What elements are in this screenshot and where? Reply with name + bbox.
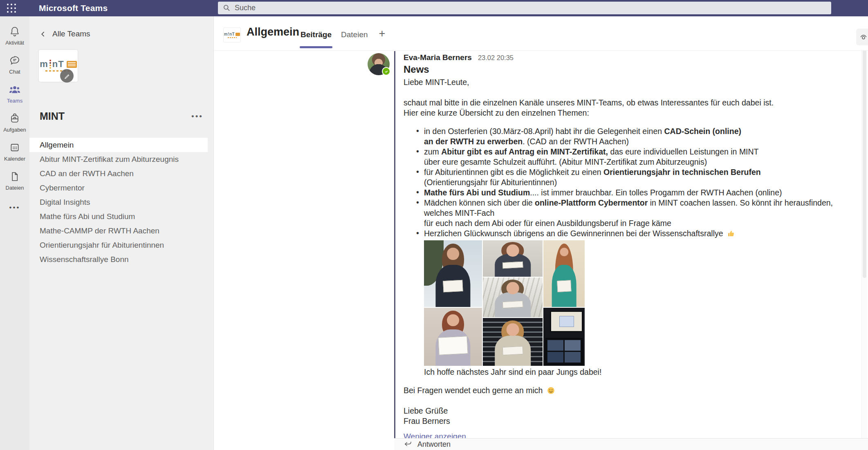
- edit-team-image-button[interactable]: [60, 69, 74, 83]
- file-icon: [9, 171, 20, 184]
- collage-photo: [483, 278, 543, 317]
- message-subject: News: [404, 64, 856, 75]
- message-paragraph: Liebe MINT-Leute,: [404, 77, 856, 87]
- rail-item-assignments[interactable]: Aufgaben: [0, 108, 29, 137]
- message-card: Eva-Maria Berners 23.02 20:35 News Liebe…: [394, 51, 868, 438]
- rail-label: Aufgaben: [3, 127, 26, 133]
- backpack-icon: [9, 113, 20, 126]
- rail-item-files[interactable]: Dateien: [0, 166, 29, 195]
- reply-arrow-icon: [404, 441, 413, 448]
- team-header: MINT •••: [40, 110, 203, 122]
- search-input[interactable]: Suche: [218, 2, 831, 14]
- team-name: MINT: [40, 110, 65, 122]
- eye-icon: [859, 33, 868, 42]
- channel-item[interactable]: Allgemein: [29, 138, 208, 152]
- collage-photo: [483, 318, 543, 366]
- mini-logo-badge: [236, 33, 240, 36]
- scrollbar-track: [861, 45, 867, 448]
- bullet-item: •für Abiturientinnen gibt es die Möglich…: [404, 167, 856, 188]
- collage-photo: [424, 240, 482, 307]
- mini-logo-caption: [228, 37, 237, 38]
- bullet-glyph: •: [416, 146, 419, 157]
- logo-orange-badge: [67, 61, 77, 68]
- team-options-icon[interactable]: •••: [191, 112, 203, 121]
- logo-letter-m: m: [40, 60, 48, 69]
- bullet-item: •in den Osterferien (30.März-08.April) h…: [404, 126, 856, 147]
- avatar[interactable]: [368, 53, 390, 75]
- teams-icon: [9, 84, 20, 97]
- add-tab-button[interactable]: +: [379, 27, 386, 39]
- app-title: Microsoft Teams: [39, 3, 108, 13]
- logo-letter-nt: nT: [52, 60, 64, 69]
- message-timestamp: 23.02 20:35: [478, 54, 514, 62]
- app-rail: AktivitätChatTeamsAufgabenKalenderDateie…: [0, 16, 29, 450]
- bell-icon: [9, 26, 20, 39]
- back-to-all-teams[interactable]: Alle Teams: [40, 29, 90, 38]
- smiley-icon: [547, 386, 555, 395]
- chat-icon: [9, 55, 20, 68]
- search-icon: [223, 4, 231, 12]
- channel-item[interactable]: Abitur MINT-Zertifikat zum Abiturzeugnis: [29, 152, 208, 166]
- calendar-icon: [9, 142, 20, 155]
- bullet-glyph: •: [416, 167, 419, 177]
- rail-item-activity[interactable]: Aktivität: [0, 21, 29, 50]
- collage-photo: [483, 240, 543, 277]
- bullet-glyph: •: [416, 197, 419, 208]
- message-author[interactable]: Eva-Maria Berners: [404, 53, 472, 62]
- channel-item[interactable]: Mathe-CAMMP der RWTH Aachen: [29, 224, 208, 238]
- paragraph-spacer: [404, 377, 856, 385]
- collage-photo: [543, 308, 585, 366]
- tab-beiträge[interactable]: Beiträge: [300, 15, 332, 51]
- rail-item-chat[interactable]: Chat: [0, 50, 29, 79]
- message-thread: Eva-Maria Berners 23.02 20:35 News Liebe…: [368, 51, 868, 438]
- bullet-item: •Mädchen können sich über die online-Pla…: [404, 198, 856, 228]
- collage-photo: [424, 308, 482, 366]
- reply-button[interactable]: Antworten: [394, 438, 868, 450]
- team-logo-art: m nT: [39, 60, 78, 69]
- channel-team-logo: m!nT: [223, 27, 241, 43]
- bullet-item: •Mathe fürs Abi und Studium.... ist imme…: [404, 188, 856, 198]
- message-area: Eva-Maria Berners 23.02 20:35 News Liebe…: [214, 51, 868, 438]
- collage-photo: [543, 240, 585, 307]
- bullet-item: •zum Abitur gibt es auf Antrag ein MINT-…: [404, 147, 856, 167]
- paragraph-spacer: [404, 396, 856, 406]
- top-bar: Microsoft Teams Suche: [0, 0, 868, 16]
- rail-label: Teams: [7, 98, 22, 104]
- collage-caption: Ich hoffe nächstes Jahr sind ein paar Ju…: [424, 367, 856, 377]
- message-paragraph: Liebe Grüße: [404, 406, 856, 416]
- ellipsis-icon: •••: [9, 204, 20, 211]
- message-paragraph: Hier eine kurze Übersicht zu den einzeln…: [404, 108, 856, 118]
- thumbs-up-icon: [727, 229, 736, 238]
- scrollbar-thumb[interactable]: [863, 49, 866, 278]
- channel-item[interactable]: CAD an der RWTH Aachen: [29, 166, 208, 181]
- preview-button[interactable]: [856, 29, 868, 45]
- team-sidebar: Alle Teams m nT MINT ••• AllgemeinAbitur…: [29, 16, 214, 450]
- tab-dateien[interactable]: Dateien: [340, 15, 369, 51]
- main-panel: m!nT Allgemein BeiträgeDateien+ Eva-Mari…: [214, 16, 868, 450]
- channel-list: AllgemeinAbitur MINT-Zertifikat zum Abit…: [29, 138, 208, 266]
- bullet-glyph: •: [416, 126, 419, 136]
- show-less-link[interactable]: Weniger anzeigen: [404, 432, 466, 438]
- team-logo[interactable]: m nT: [39, 50, 78, 82]
- app-launcher-button[interactable]: [0, 0, 23, 16]
- rail-label: Aktivität: [5, 40, 24, 46]
- channel-item[interactable]: Digital Insights: [29, 195, 208, 209]
- channel-item[interactable]: Wissenschaftsrallye Bonn: [29, 252, 208, 266]
- message-paragraph: schaut mal bitte in die einzelnen Kanäle…: [404, 98, 856, 108]
- channel-item[interactable]: Mathe fürs Abi und Studium: [29, 209, 208, 224]
- chevron-left-icon: [40, 31, 47, 38]
- rail-label: Kalender: [4, 156, 25, 162]
- rail-item-calendar[interactable]: Kalender: [0, 137, 29, 166]
- channel-item[interactable]: Cybermentor: [29, 181, 208, 195]
- rail-label: Dateien: [6, 185, 24, 191]
- collage-block: Ich hoffe nächstes Jahr sind ein paar Ju…: [424, 240, 856, 377]
- back-label: Alle Teams: [52, 29, 90, 38]
- rail-more-button[interactable]: •••: [9, 204, 20, 212]
- channel-header: m!nT Allgemein BeiträgeDateien+: [214, 16, 868, 51]
- photo-collage[interactable]: [424, 240, 585, 366]
- presence-available-icon: [382, 67, 390, 76]
- channel-item[interactable]: Orientierungsjahr für Abiturientinnen: [29, 238, 208, 252]
- bullet-item: •Herzlichen Glückwunsch übrigens an die …: [404, 228, 856, 239]
- rail-item-teams[interactable]: Teams: [0, 79, 29, 108]
- channel-title: Allgemein: [247, 26, 299, 38]
